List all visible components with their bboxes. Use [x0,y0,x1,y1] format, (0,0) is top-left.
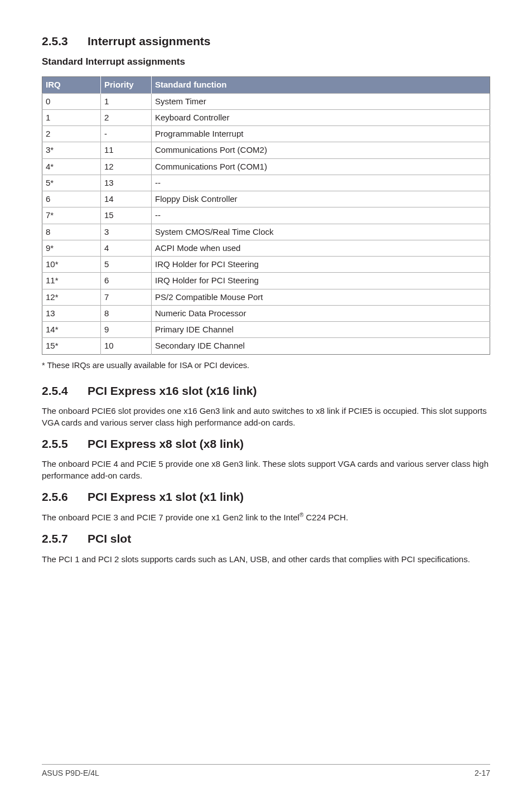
section-title: PCI Express x8 slot (x8 link) [88,437,244,450]
cell-function: IRQ Holder for PCI Steering [152,257,490,273]
cell-function: IRQ Holder for PCI Steering [152,273,490,289]
cell-priority: 3 [101,224,152,240]
footer-right: 2-17 [475,768,490,779]
table-row: 614Floppy Disk Controller [42,191,490,207]
table-row: 2-Programmable Interrupt [42,126,490,142]
cell-function: PS/2 Compatible Mouse Port [152,289,490,305]
irq-table: IRQ Priority Standard function 01System … [42,76,490,354]
cell-function: System CMOS/Real Time Clock [152,224,490,240]
th-function: Standard function [152,77,490,93]
section-257-para: The PCI 1 and PCI 2 slots supports cards… [42,554,490,565]
table-row: 138Numeric Data Processor [42,305,490,321]
cell-function: Communications Port (COM2) [152,142,490,158]
table-row: 9*4ACPI Mode when used [42,240,490,256]
table-header-row: IRQ Priority Standard function [42,77,490,93]
cell-irq: 14* [42,322,101,338]
cell-priority: 14 [101,191,152,207]
cell-function: Secondary IDE Channel [152,338,490,354]
cell-function: Primary IDE Channel [152,322,490,338]
table-row: 4*12Communications Port (COM1) [42,158,490,175]
cell-irq: 8 [42,224,101,240]
cell-irq: 11* [42,273,101,289]
table-row: 01System Timer [42,93,490,109]
cell-priority: 13 [101,175,152,191]
footer-left: ASUS P9D-E/4L [42,768,99,779]
cell-function: -- [152,207,490,224]
table-row: 10*5IRQ Holder for PCI Steering [42,257,490,273]
cell-irq: 15* [42,338,101,354]
section-title: PCI Express x1 slot (x1 link) [88,490,244,503]
cell-function: System Timer [152,93,490,109]
cell-irq: 7* [42,207,101,224]
section-number: 2.5.7 [42,531,88,547]
table-row: 15*10Secondary IDE Channel [42,338,490,354]
table-row: 3*11Communications Port (COM2) [42,142,490,158]
page-footer: ASUS P9D-E/4L 2-17 [42,764,490,779]
table-row: 14*9Primary IDE Channel [42,322,490,338]
cell-function: Communications Port (COM1) [152,158,490,175]
cell-irq: 1 [42,109,101,125]
table-row: 5*13-- [42,175,490,191]
subheading-standard-interrupt: Standard Interrupt assignments [42,56,490,69]
cell-irq: 12* [42,289,101,305]
cell-priority: 1 [101,93,152,109]
cell-priority: 15 [101,207,152,224]
cell-priority: 8 [101,305,152,321]
table-row: 83System CMOS/Real Time Clock [42,224,490,240]
section-number: 2.5.4 [42,383,88,399]
section-254-para: The onboard PCIE6 slot provides one x16 … [42,405,490,428]
table-row: 11*6IRQ Holder for PCI Steering [42,273,490,289]
cell-irq: 4* [42,158,101,175]
cell-priority: 9 [101,322,152,338]
cell-function: Keyboard Controller [152,109,490,125]
irq-footnote: * These IRQs are usually available for I… [42,360,490,371]
cell-function: Floppy Disk Controller [152,191,490,207]
cell-irq: 3* [42,142,101,158]
cell-irq: 6 [42,191,101,207]
cell-priority: 12 [101,158,152,175]
th-irq: IRQ [42,77,101,93]
cell-priority: 10 [101,338,152,354]
cell-priority: 6 [101,273,152,289]
th-priority: Priority [101,77,152,93]
section-title: PCI Express x16 slot (x16 link) [88,384,257,397]
cell-function: ACPI Mode when used [152,240,490,256]
cell-priority: 5 [101,257,152,273]
cell-priority: 7 [101,289,152,305]
section-heading-253: 2.5.3Interrupt assignments [42,33,490,49]
section-255-para: The onboard PCIE 4 and PCIE 5 provide on… [42,458,490,481]
cell-irq: 0 [42,93,101,109]
cell-irq: 2 [42,126,101,142]
section-number: 2.5.3 [42,33,88,49]
cell-priority: 2 [101,109,152,125]
section-256-para: The onboard PCIE 3 and PCIE 7 provide on… [42,511,490,523]
cell-irq: 9* [42,240,101,256]
section-number: 2.5.5 [42,436,88,452]
table-row: 12*7PS/2 Compatible Mouse Port [42,289,490,305]
section-title: PCI slot [88,532,131,545]
cell-function: Programmable Interrupt [152,126,490,142]
cell-priority: - [101,126,152,142]
section-heading-257: 2.5.7PCI slot [42,531,490,547]
para-pre: The onboard PCIE 3 and PCIE 7 provide on… [42,513,299,522]
section-heading-254: 2.5.4PCI Express x16 slot (x16 link) [42,383,490,399]
table-row: 12Keyboard Controller [42,109,490,125]
cell-irq: 10* [42,257,101,273]
section-title: Interrupt assignments [88,35,211,47]
cell-function: Numeric Data Processor [152,305,490,321]
cell-priority: 4 [101,240,152,256]
section-number: 2.5.6 [42,489,88,505]
cell-function: -- [152,175,490,191]
cell-irq: 13 [42,305,101,321]
para-post: C224 PCH. [303,513,348,522]
section-heading-255: 2.5.5PCI Express x8 slot (x8 link) [42,436,490,452]
section-heading-256: 2.5.6PCI Express x1 slot (x1 link) [42,489,490,505]
table-row: 7*15-- [42,207,490,224]
cell-priority: 11 [101,142,152,158]
cell-irq: 5* [42,175,101,191]
